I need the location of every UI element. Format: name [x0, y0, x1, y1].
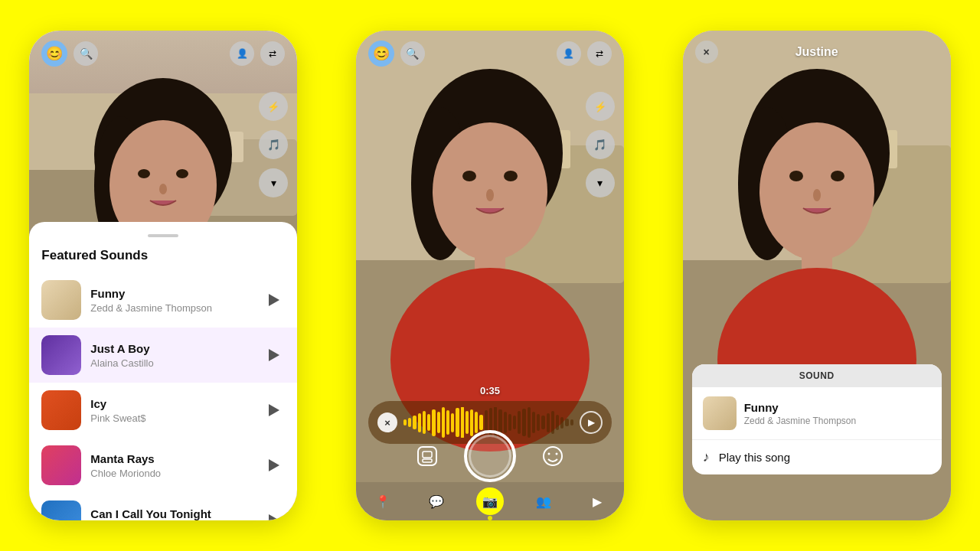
phone-panel-3: × Justine 📷 Reply to Justine 🎤 😊 👤 SOUND…: [683, 31, 951, 520]
flash-button-1[interactable]: ⚡: [259, 92, 288, 121]
avatar-button-2[interactable]: 😊: [368, 41, 394, 67]
svg-point-9: [159, 184, 167, 194]
nav-friends-button[interactable]: 👥: [530, 487, 557, 515]
phone-panel-1: 😊 🔍 👤 ⇄ ⚡ 🎵 ▾ Featured Sounds: [29, 31, 297, 520]
waveform-bar-segment: [418, 413, 421, 432]
side-icons-2: ⚡ 🎵 ▾: [586, 92, 615, 197]
emoji-camera-icon: [541, 444, 565, 468]
song-thumb-manta: [41, 445, 81, 485]
play-button-icy[interactable]: [263, 399, 285, 421]
chevron-down-icon-1: ▾: [271, 177, 276, 189]
waveform-bar-segment: [547, 413, 550, 432]
play-this-song-button[interactable]: ♪ Play this song: [692, 440, 942, 474]
search-icon-1: 🔍: [80, 47, 93, 60]
chat-icon: 💬: [429, 494, 444, 509]
avatar-button-1[interactable]: 😊: [41, 41, 67, 67]
sound-popup-thumb: [703, 396, 737, 430]
chevron-button-2[interactable]: ▾: [586, 168, 615, 197]
search-button-1[interactable]: 🔍: [74, 41, 98, 66]
list-item[interactable]: Manta Rays Chloe Moriondo: [29, 438, 297, 493]
location-icon: 📍: [375, 494, 390, 509]
svg-point-39: [813, 189, 821, 201]
search-button-2[interactable]: 🔍: [400, 41, 425, 66]
chevron-down-icon-2: ▾: [597, 177, 603, 189]
song-artist-funny: Zedd & Jasmine Thompson: [90, 302, 254, 314]
waveform-bar-segment: [556, 415, 559, 430]
avatar-icon-1: 😊: [46, 45, 63, 62]
list-item[interactable]: Funny Zedd & Jasmine Thompson: [29, 272, 297, 328]
waveform-bar-segment: [565, 419, 568, 426]
nav-send-button[interactable]: ▶: [583, 487, 611, 515]
waveform-bar-segment: [413, 416, 416, 429]
flash-icon-2: ⚡: [594, 101, 606, 112]
waveform-bar-segment: [508, 414, 511, 431]
waveform-bar-segment: [403, 419, 407, 425]
waveform-bar-segment: [451, 413, 454, 432]
flip-camera-button-2[interactable]: ⇄: [587, 41, 612, 66]
play-button-justboy[interactable]: [263, 344, 285, 366]
camera-nav-icon: 📷: [482, 494, 498, 509]
list-item[interactable]: Icy Pink Sweat$: [29, 383, 297, 438]
sound-popup: SOUND Funny Zedd & Jasmine Thompson ♪ Pl…: [692, 364, 942, 474]
waveform-bar-segment: [513, 416, 516, 429]
panel3-header: × Justine: [683, 31, 951, 73]
flash-button-2[interactable]: ⚡: [586, 92, 615, 121]
song-thumb-icy: [41, 390, 81, 430]
play-triangle-icon: [269, 514, 279, 520]
song-artist-manta: Chloe Moriondo: [90, 468, 254, 479]
song-info-justboy: Just A Boy Alaina Castillo: [90, 342, 254, 369]
song-artist-justboy: Alaina Castillo: [90, 357, 254, 369]
song-name-manta: Manta Rays: [90, 452, 254, 465]
play-button-funny[interactable]: [263, 289, 285, 311]
waveform-bar-segment: [560, 417, 564, 429]
sticker-button[interactable]: [413, 442, 441, 470]
capture-button[interactable]: [464, 430, 516, 482]
nav-camera-button[interactable]: 📷: [476, 487, 504, 515]
nav-location-button[interactable]: 📍: [369, 487, 397, 515]
close-story-button[interactable]: ×: [695, 41, 718, 64]
play-icon: ▶: [588, 417, 595, 428]
svg-point-7: [138, 169, 150, 178]
sound-popup-artist: Zedd & Jasmine Thompson: [744, 416, 931, 426]
play-triangle-icon: [269, 294, 279, 306]
story-username: Justine: [795, 45, 838, 59]
svg-point-19: [462, 171, 476, 181]
song-name-funny: Funny: [90, 287, 254, 300]
top-bar-right-1: 👤 ⇄: [230, 41, 285, 66]
sound-popup-header: SOUND: [692, 364, 942, 387]
waveform-bar-segment: [541, 416, 544, 429]
flip-camera-button-1[interactable]: ⇄: [260, 41, 285, 66]
svg-rect-25: [423, 452, 432, 458]
song-thumb-justboy: [41, 335, 81, 375]
svg-point-29: [555, 453, 557, 455]
nav-chat-button[interactable]: 💬: [423, 487, 450, 515]
phone-panel-2: 😊 🔍 👤 ⇄ ⚡ 🎵 ▾ 0:35 ×: [356, 31, 624, 520]
song-artist-icy: Pink Sweat$: [90, 412, 254, 424]
music-button-1[interactable]: 🎵: [259, 130, 288, 159]
svg-point-27: [544, 447, 562, 465]
song-info-funny: Funny Zedd & Jasmine Thompson: [90, 287, 254, 314]
music-icon-1: 🎵: [267, 139, 280, 151]
play-button-callyou[interactable]: [263, 510, 285, 520]
emoji-camera-button[interactable]: [539, 442, 567, 470]
chevron-button-1[interactable]: ▾: [259, 168, 288, 197]
svg-point-21: [486, 189, 494, 201]
avatar-icon-2: 😊: [373, 45, 390, 62]
drag-handle: [148, 234, 178, 237]
play-song-label: Play this song: [719, 451, 790, 464]
song-info-manta: Manta Rays Chloe Moriondo: [90, 452, 254, 479]
play-button-manta[interactable]: [263, 455, 285, 476]
svg-rect-26: [423, 459, 432, 462]
list-item[interactable]: Just A Boy Alaina Castillo: [29, 328, 297, 383]
add-friend-button-1[interactable]: 👤: [230, 41, 254, 66]
add-friend-button-2[interactable]: 👤: [557, 41, 581, 66]
search-icon-2: 🔍: [406, 47, 419, 60]
send-icon: ▶: [593, 494, 602, 509]
play-triangle-icon: [269, 404, 279, 416]
svg-point-38: [831, 171, 844, 181]
music-button-2[interactable]: 🎵: [586, 130, 615, 159]
svg-point-28: [547, 453, 550, 455]
top-bar-left-2: 😊 🔍: [368, 41, 425, 67]
song-name-justboy: Just A Boy: [90, 342, 254, 355]
list-item[interactable]: Can I Call You Tonight Dayglow: [29, 493, 297, 520]
